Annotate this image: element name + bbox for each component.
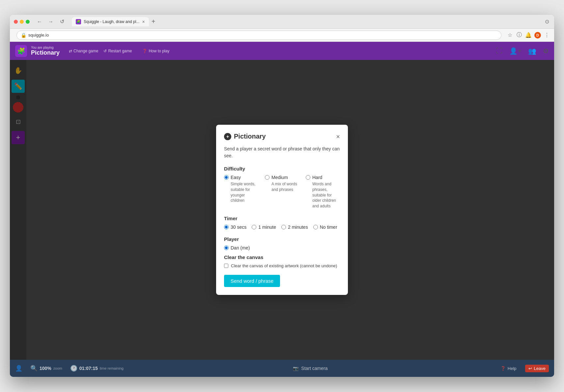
- camera-icon: 📷: [293, 366, 298, 371]
- close-window-button[interactable]: [14, 20, 18, 24]
- player-dan-input[interactable]: [224, 246, 229, 250]
- browser-options-icon[interactable]: ⋮: [544, 32, 550, 39]
- timer-notimer-label[interactable]: No timer: [313, 224, 337, 230]
- change-game-button[interactable]: ⇄ Change game: [69, 49, 98, 53]
- settings-icon[interactable]: ⚙: [543, 47, 549, 55]
- app-header: 🧩 You are playing Pictionary ⇄ Change ga…: [10, 42, 554, 60]
- modal-close-button[interactable]: ×: [336, 133, 340, 140]
- refresh-button[interactable]: ↺: [57, 17, 67, 26]
- question-icon: ❓: [142, 49, 147, 53]
- active-tab[interactable]: 🧩 Squiggle - Laugh, draw and pl... ×: [72, 17, 149, 26]
- center-section: 📷 Start camera: [131, 366, 489, 371]
- bottom-bar: 👤 🔍 100% zoom 🕐 01:07:15 time remaining …: [10, 360, 554, 377]
- minimize-window-button[interactable]: [20, 20, 24, 24]
- tab-close-button[interactable]: ×: [142, 19, 145, 24]
- tab-title: Squiggle - Laugh, draw and pl...: [84, 19, 139, 24]
- modal-title-icon: +: [224, 133, 231, 140]
- easy-label: Easy: [231, 175, 241, 180]
- new-tab-button[interactable]: +: [149, 17, 158, 26]
- browser-menu-icon[interactable]: ⊙: [544, 18, 550, 25]
- difficulty-medium: Medium A mix of words and phrases: [265, 175, 299, 209]
- url-text: squiggle.io: [28, 33, 49, 38]
- clear-canvas-title: Clear the canvas: [224, 254, 340, 260]
- magnify-icon: 🔍: [30, 365, 38, 372]
- info-icon[interactable]: ⓘ: [516, 32, 522, 39]
- maximize-window-button[interactable]: [26, 20, 30, 24]
- timer-30secs-label[interactable]: 30 secs: [224, 224, 246, 230]
- time-label: time remaining: [100, 366, 124, 370]
- you-are-playing-label: You are playing: [31, 46, 60, 49]
- browser-nav: ← → ↺: [35, 17, 67, 26]
- clear-canvas-checkbox[interactable]: [224, 264, 228, 268]
- tab-bar: 🧩 Squiggle - Laugh, draw and pl... × +: [72, 17, 538, 26]
- easy-radio-label[interactable]: Easy: [224, 175, 258, 180]
- timer-1min-text: 1 minute: [258, 224, 276, 230]
- difficulty-hard: Hard Words and phrases, suitable for old…: [306, 175, 340, 209]
- leave-button[interactable]: ↩ Leave: [525, 365, 549, 372]
- header-right-icons: ⛶ 👤+ 👥 ⚙: [496, 47, 549, 55]
- difficulty-options: Easy Simple words, suitable for younger …: [224, 175, 340, 209]
- hard-description: Words and phrases, suitable for older ch…: [306, 181, 340, 209]
- clock-icon: 🕐: [70, 365, 77, 372]
- browser-toolbar: 🔒 squiggle.io ☆ ⓘ 🔔 D ⋮: [10, 29, 554, 42]
- timer-notimer-input[interactable]: [313, 225, 318, 229]
- timer-2min-input[interactable]: [281, 225, 286, 229]
- clear-canvas-checkbox-label[interactable]: Clear the canvas of existing artwork (ca…: [224, 263, 340, 268]
- extension-bell-icon[interactable]: 🔔: [525, 32, 532, 39]
- timer-30secs-input[interactable]: [224, 225, 229, 229]
- easy-radio-input[interactable]: [224, 175, 229, 180]
- medium-radio-input[interactable]: [265, 175, 269, 180]
- modal-title: + Pictionary: [224, 133, 266, 140]
- app-container: 🧩 You are playing Pictionary ⇄ Change ga…: [10, 42, 554, 377]
- user-profile-icon[interactable]: D: [534, 32, 541, 39]
- players-icon[interactable]: 👥: [528, 47, 536, 55]
- timer-30secs-text: 30 secs: [231, 224, 246, 230]
- easy-description: Simple words, suitable for younger child…: [224, 181, 258, 203]
- hard-radio-input[interactable]: [306, 175, 310, 180]
- send-word-phrase-button[interactable]: Send word / phrase: [224, 275, 280, 287]
- zoom-group: 👤: [15, 365, 22, 372]
- address-bar[interactable]: 🔒 squiggle.io: [16, 31, 501, 40]
- medium-description: A mix of words and phrases: [265, 181, 299, 193]
- tab-favicon: 🧩: [76, 19, 81, 24]
- canvas-area: ✋ ✏️ ⊡ + + Pictionary ×: [10, 60, 554, 360]
- difficulty-section: Difficulty Easy Simple words, suitable f…: [224, 166, 340, 209]
- zoom-value-group: 🔍 100% zoom: [30, 365, 62, 372]
- bottom-right: ❓ Help ↩ Leave: [497, 365, 549, 372]
- back-button[interactable]: ←: [35, 17, 44, 26]
- player-dan-label[interactable]: Dan (me): [224, 245, 340, 250]
- header-left: 🧩 You are playing Pictionary ⇄ Change ga…: [15, 45, 169, 57]
- medium-radio-label[interactable]: Medium: [265, 175, 299, 180]
- hard-radio-label[interactable]: Hard: [306, 175, 340, 180]
- help-icon: ❓: [500, 366, 506, 371]
- timer-options: 30 secs 1 minute 2 minutes: [224, 224, 340, 230]
- help-button[interactable]: ❓ Help: [497, 365, 520, 372]
- restart-game-button[interactable]: ↺ Restart game: [103, 49, 132, 53]
- difficulty-easy: Easy Simple words, suitable for younger …: [224, 175, 258, 209]
- start-camera-button[interactable]: 📷 Start camera: [293, 366, 327, 371]
- medium-label: Medium: [271, 175, 288, 180]
- clear-canvas-text: Clear the canvas of existing artwork (ca…: [231, 263, 337, 268]
- fullscreen-icon[interactable]: ⛶: [496, 47, 503, 55]
- leave-label: Leave: [534, 366, 546, 371]
- timer-1min-label[interactable]: 1 minute: [252, 224, 276, 230]
- modal-overlay: + Pictionary × Send a player a secret wo…: [10, 60, 554, 360]
- timer-1min-input[interactable]: [252, 225, 256, 229]
- person-icon: 👤: [15, 365, 22, 372]
- clear-canvas-section: Clear the canvas Clear the canvas of exi…: [224, 254, 340, 268]
- timer-2min-text: 2 minutes: [288, 224, 308, 230]
- modal-description: Send a player a secret word or phrase th…: [224, 145, 340, 159]
- timer-2min-label[interactable]: 2 minutes: [281, 224, 308, 230]
- timer-section: Timer 30 secs 1 minute: [224, 216, 340, 230]
- restart-icon: ↺: [103, 49, 107, 53]
- forward-button[interactable]: →: [46, 17, 55, 26]
- bookmark-icon[interactable]: ☆: [507, 32, 513, 39]
- player-section: Player Dan (me): [224, 236, 340, 250]
- how-to-play-button[interactable]: ❓ How to play: [142, 49, 169, 53]
- player-dan-text: Dan (me): [231, 245, 250, 250]
- zoom-label: zoom: [53, 366, 62, 370]
- add-player-icon[interactable]: 👤+: [509, 47, 522, 55]
- start-camera-label: Start camera: [301, 366, 327, 371]
- toolbar-right-icons: ☆ ⓘ 🔔 D ⋮: [507, 32, 550, 39]
- modal-header: + Pictionary ×: [224, 133, 340, 140]
